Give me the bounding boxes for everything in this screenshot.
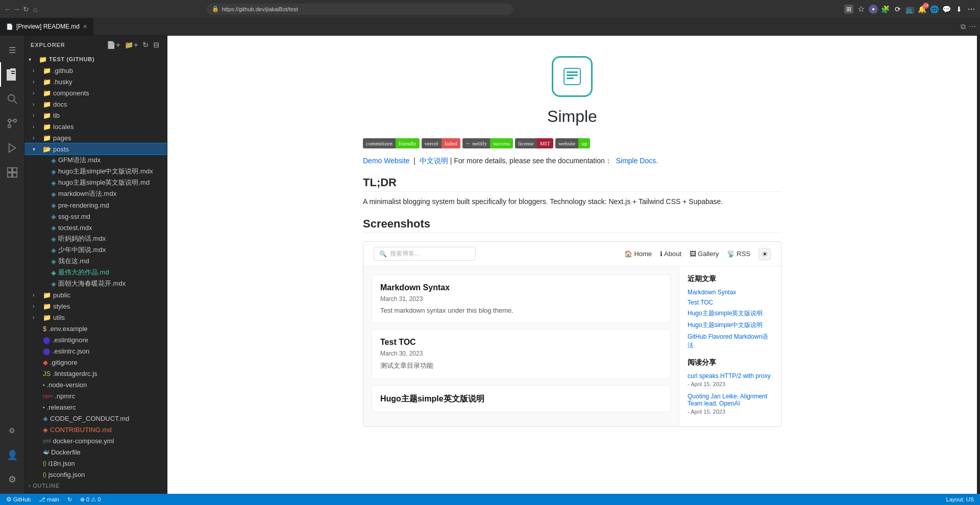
discord-icon[interactable]: 💬: [942, 5, 951, 14]
tree-item-husky[interactable]: › 📁 .husky: [24, 76, 167, 87]
tree-item-youth[interactable]: ◈ 少年中国说.mdx: [24, 244, 167, 256]
tree-item-hugo-cn[interactable]: ◈ hugo主题simple中文版说明.mdx: [24, 166, 167, 177]
tree-item-public[interactable]: › 📁 public: [24, 289, 167, 300]
address-bar[interactable]: 🔒 https://github.dev/jiakaiBot/test: [207, 4, 513, 15]
errors-status[interactable]: ⊗ 0 ⚠ 0: [78, 494, 103, 505]
tree-item-contributing[interactable]: ◈ CONTRIBUTING.md: [24, 424, 167, 435]
layout-status[interactable]: Layout: US: [944, 494, 976, 505]
tab-bar-actions: ⧉ ⋯: [957, 18, 980, 35]
more-actions-icon[interactable]: ⋯: [969, 22, 976, 31]
recent-link-3[interactable]: Hugo主题simple英文版说明: [688, 309, 773, 318]
reading-link-1[interactable]: curl speaks HTTP/2 with proxy: [688, 372, 773, 380]
demo-website-link[interactable]: Demo Website: [363, 157, 410, 165]
chinese-docs-link[interactable]: 中文说明: [420, 157, 448, 165]
collapse-all-button[interactable]: ⊟: [152, 40, 161, 50]
simple-docs-link[interactable]: Simple Docs.: [616, 157, 658, 165]
rss-icon: 📡: [727, 250, 735, 258]
file-icon: npm: [43, 393, 53, 399]
outline-section-header[interactable]: › Outline: [24, 480, 167, 491]
activity-search[interactable]: [0, 87, 24, 111]
recent-link-1[interactable]: Markdown Syntax: [688, 289, 773, 296]
tree-item-dockerfile[interactable]: 🐳 Dockerfile: [24, 446, 167, 458]
activity-extensions[interactable]: [0, 160, 24, 185]
recent-link-2[interactable]: Test TOC: [688, 299, 773, 306]
star-icon[interactable]: ☆: [856, 5, 866, 14]
tree-item-masterpiece[interactable]: ◈ 最伟大的作品.md: [24, 267, 167, 278]
more-text: | For more details, please see the docum…: [450, 157, 612, 165]
menu-icon[interactable]: ⋯: [967, 5, 976, 14]
gallery-icon: 🖼: [690, 250, 696, 258]
preview-container[interactable]: Simple commitizen friendly vercel failed…: [167, 36, 977, 494]
warnings-count: 0: [97, 496, 101, 502]
tree-item-node-version[interactable]: ▪ .node-version: [24, 379, 167, 390]
sync-status[interactable]: ↻: [65, 494, 74, 505]
github-status[interactable]: ⚙ GitHub: [4, 494, 33, 505]
tree-item-locales[interactable]: › 📁 locales: [24, 121, 167, 132]
tree-item-components[interactable]: › 📁 components: [24, 87, 167, 98]
tree-item-code-of-conduct[interactable]: ◈ CODE_OF_CONDUCT.md: [24, 413, 167, 424]
new-folder-button[interactable]: 📁+: [124, 40, 139, 50]
extensions-icon[interactable]: ⊞: [844, 5, 853, 14]
tree-item-eslintignore[interactable]: ⬤ .eslintignore: [24, 334, 167, 345]
tree-item-docs[interactable]: › 📁 docs: [24, 98, 167, 110]
tree-item-releaserc[interactable]: ▪ .releaserc: [24, 401, 167, 413]
branch-status[interactable]: ⎇ main: [37, 494, 61, 505]
tree-item-docker-compose[interactable]: yml docker-compose.yml: [24, 435, 167, 446]
activity-run-debug[interactable]: [0, 136, 24, 160]
tree-item-listening[interactable]: ◈ 听妈妈的话.mdx: [24, 233, 167, 244]
download-icon[interactable]: ⬇: [954, 5, 964, 14]
new-file-button[interactable]: 📄+: [106, 40, 121, 50]
tree-item-lib[interactable]: › 📁 lib: [24, 110, 167, 121]
extensions-mgr-icon[interactable]: 🧩: [881, 5, 890, 14]
tree-item-posts[interactable]: ▾ 📂 posts: [24, 143, 167, 155]
tree-item-hugo-en[interactable]: ◈ hugo主题simple英文版说明.md: [24, 177, 167, 188]
activity-manage[interactable]: ⚙: [0, 467, 24, 492]
tree-item-github[interactable]: › 📁 .github: [24, 65, 167, 76]
activity-source-control[interactable]: [0, 111, 24, 136]
cast-icon[interactable]: 📺: [905, 5, 915, 14]
notification-icon[interactable]: 🔔 14: [918, 5, 927, 14]
tree-item-styles[interactable]: › 📁 styles: [24, 300, 167, 312]
home-button[interactable]: ⌂: [32, 6, 39, 13]
browser-ext-icon[interactable]: 🌐: [930, 5, 939, 14]
forward-button[interactable]: →: [13, 6, 20, 13]
demo-nav-home[interactable]: 🏠 Home: [624, 248, 652, 260]
tree-label: 我在这.md: [58, 257, 89, 266]
tree-item-iamhere[interactable]: ◈ 我在这.md: [24, 256, 167, 267]
refresh-explorer-button[interactable]: ↻: [141, 40, 150, 50]
tree-item-i18n[interactable]: {} i18n.json: [24, 458, 167, 469]
tree-item-eslintrc[interactable]: ⬤ .eslintrc.json: [24, 345, 167, 357]
tree-item-toctest[interactable]: ◈ toctest.mdx: [24, 222, 167, 233]
back-button[interactable]: ←: [4, 6, 11, 13]
tree-item-pre-rendering[interactable]: ◈ pre-rendering.md: [24, 199, 167, 211]
activity-remote[interactable]: ⚙: [0, 418, 24, 443]
tab-close-button[interactable]: ✕: [83, 23, 87, 30]
tree-item-gitignore[interactable]: ◆ .gitignore: [24, 357, 167, 368]
demo-nav-about[interactable]: ℹ About: [660, 248, 681, 260]
sync-icon[interactable]: ⟳: [893, 5, 902, 14]
tree-item-env[interactable]: $ .env.example: [24, 323, 167, 334]
tree-item-ssg-ssr[interactable]: ◈ ssg-ssr.md: [24, 211, 167, 222]
demo-theme-toggle[interactable]: ☀: [758, 248, 771, 260]
tree-item-gfm[interactable]: ◈ GFM语法.mdx: [24, 155, 167, 166]
tab-preview-readme[interactable]: 📄 [Preview] README.md ✕: [0, 18, 94, 35]
tree-item-pages[interactable]: › 📁 pages: [24, 132, 167, 143]
recent-link-4[interactable]: Hugo主题simple中文版说明: [688, 321, 773, 330]
tree-item-lintstagedrc[interactable]: JS .lintstagerdrc.js: [24, 368, 167, 379]
tree-item-npmrc[interactable]: npm .npmrc: [24, 390, 167, 401]
demo-nav-rss[interactable]: 📡 RSS: [727, 248, 750, 260]
profile-icon[interactable]: ●: [869, 5, 878, 14]
demo-nav-gallery[interactable]: 🖼 Gallery: [690, 248, 719, 260]
tree-item-seaside[interactable]: ◈ 面朝大海春暖花开.mdx: [24, 278, 167, 289]
tree-root-folder[interactable]: ▾ 📁 TEST (GITHUB): [24, 54, 167, 65]
split-editor-icon[interactable]: ⧉: [961, 22, 966, 31]
activity-explorer[interactable]: [0, 62, 24, 87]
activity-hamburger[interactable]: ☰: [0, 38, 24, 62]
reading-link-2[interactable]: Quoting Jan Leike, Alignment Team lead, …: [688, 393, 773, 407]
tree-item-markdown[interactable]: ◈ markdown语法.mdx: [24, 188, 167, 199]
refresh-button[interactable]: ↻: [22, 6, 30, 13]
tree-item-utils[interactable]: › 📁 utils: [24, 312, 167, 323]
recent-link-5[interactable]: GitHub Flavored Markdown语法: [688, 333, 773, 350]
activity-account[interactable]: 👤: [0, 443, 24, 467]
tree-item-jsconfig[interactable]: {} jsconfig.json: [24, 469, 167, 480]
